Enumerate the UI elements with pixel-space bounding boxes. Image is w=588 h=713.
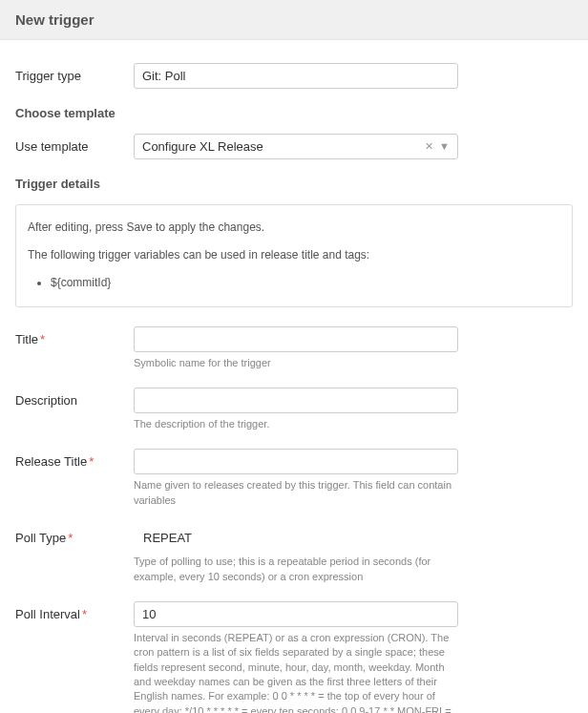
required-indicator: * [68,531,73,545]
title-help: Symbolic name for the trigger [134,356,458,370]
required-indicator: * [82,607,87,621]
poll-type-label: Poll Type* [15,525,134,545]
poll-type-row: Poll Type* REPEAT Type of polling to use… [15,525,573,584]
trigger-type-label: Trigger type [15,63,134,83]
poll-interval-label: Poll Interval* [15,601,134,621]
required-indicator: * [89,454,94,469]
page-header: New trigger [0,0,588,40]
description-label: Description [15,388,134,408]
description-help: The description of the trigger. [134,417,458,431]
trigger-type-row: Trigger type Git: Poll [15,63,573,89]
chevron-down-icon[interactable]: ▼ [439,140,450,153]
info-box: After editing, press Save to apply the c… [15,204,573,307]
poll-interval-row: Poll Interval* Interval in seconds (REPE… [15,601,573,713]
form-content: Trigger type Git: Poll Choose template U… [0,40,588,713]
choose-template-heading: Choose template [15,106,573,120]
release-title-row: Release Title* Name given to releases cr… [15,449,573,508]
page-title: New trigger [15,11,573,28]
release-title-help: Name given to releases created by this t… [134,478,458,508]
poll-interval-help: Interval in seconds (REPEAT) or as a cro… [134,631,458,713]
release-title-input[interactable] [134,449,458,474]
use-template-label: Use template [15,134,134,154]
trigger-type-value: Git: Poll [142,69,186,83]
title-row: Title* Symbolic name for the trigger [15,326,573,370]
description-row: Description The description of the trigg… [15,388,573,431]
trigger-details-heading: Trigger details [15,177,573,191]
release-title-label: Release Title* [15,449,134,469]
required-indicator: * [40,332,45,346]
title-label: Title* [15,326,134,346]
info-var1: ${commitId} [51,274,560,292]
poll-type-value: REPEAT [134,525,573,551]
clear-icon[interactable]: ✕ [425,140,433,153]
trigger-type-select[interactable]: Git: Poll [134,63,458,89]
title-input[interactable] [134,326,458,352]
poll-type-help: Type of polling to use; this is a repeat… [134,555,458,584]
info-line1: After editing, press Save to apply the c… [28,219,560,237]
use-template-row: Use template Configure XL Release ✕ ▼ [15,134,573,159]
poll-interval-input[interactable] [134,601,458,627]
info-line2: The following trigger variables can be u… [28,246,560,264]
use-template-select[interactable]: Configure XL Release ✕ ▼ [134,134,458,159]
use-template-value: Configure XL Release [142,139,263,154]
description-input[interactable] [134,388,458,413]
